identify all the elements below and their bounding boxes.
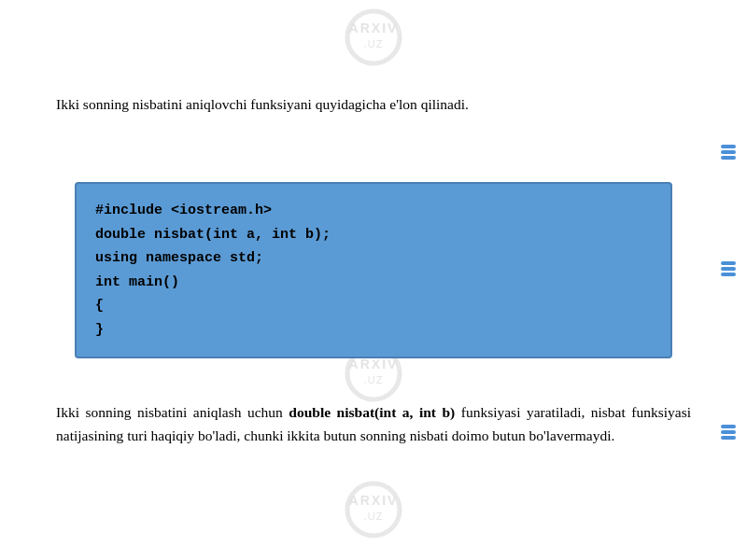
body-paragraph: Ikki sonning nisbatini aniqlash uchun do… xyxy=(56,401,691,448)
body-text-bold: double nisbat(int a, int b) xyxy=(289,404,455,420)
svg-text:ARXIV: ARXIV xyxy=(349,21,399,35)
svg-point-6 xyxy=(347,483,400,536)
code-line-2: double nisbat(int a, int b); xyxy=(95,223,652,247)
svg-text:.UZ: .UZ xyxy=(364,38,384,49)
svg-text:ARXIV: ARXIV xyxy=(349,493,399,508)
code-line-3: using namespace std; xyxy=(95,246,652,271)
side-decoration-bottom xyxy=(719,425,738,440)
code-line-5: { xyxy=(95,294,652,318)
code-line-6: } xyxy=(95,318,652,343)
side-decoration-middle xyxy=(719,261,738,276)
watermark-top: ARXIV .UZ xyxy=(317,5,430,83)
side-decoration-top xyxy=(719,145,738,160)
svg-text:ARXIV: ARXIV xyxy=(349,357,399,371)
code-line-4: int main() xyxy=(95,271,652,295)
code-block: #include <iostream.h> double nisbat(int … xyxy=(75,182,672,358)
intro-text: Ikki sonning nisbatini aniqlovchi funksi… xyxy=(56,96,469,112)
watermark-bottom: ARXIV .UZ xyxy=(317,477,430,555)
code-line-1: #include <iostream.h> xyxy=(95,199,652,223)
svg-point-0 xyxy=(347,11,400,63)
svg-text:.UZ: .UZ xyxy=(364,511,384,522)
body-text-before: Ikki sonning nisbatini aniqlash uchun xyxy=(56,404,289,420)
svg-text:.UZ: .UZ xyxy=(364,374,384,385)
intro-paragraph: Ikki sonning nisbatini aniqlovchi funksi… xyxy=(56,93,691,117)
